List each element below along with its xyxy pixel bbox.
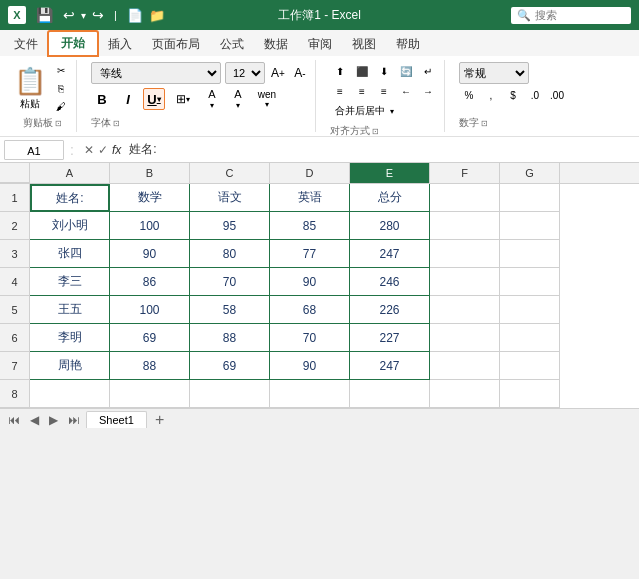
cell-c4[interactable]: 70 <box>190 268 270 296</box>
cell-d7[interactable]: 90 <box>270 352 350 380</box>
tab-insert[interactable]: 插入 <box>98 33 142 56</box>
cell-d4[interactable]: 90 <box>270 268 350 296</box>
cell-b4[interactable]: 86 <box>110 268 190 296</box>
tab-help[interactable]: 帮助 <box>386 33 430 56</box>
tab-home[interactable]: 开始 <box>48 31 98 56</box>
number-format-select[interactable]: 常规 <box>459 62 529 84</box>
indent-decrease-button[interactable]: ← <box>396 82 416 100</box>
cell-e1[interactable]: 总分 <box>350 184 430 212</box>
col-header-g[interactable]: G <box>500 163 560 183</box>
formula-content[interactable]: 姓名: <box>129 141 635 158</box>
row-num-3[interactable]: 3 <box>0 240 30 268</box>
row-num-5[interactable]: 5 <box>0 296 30 324</box>
indent-increase-button[interactable]: → <box>418 82 438 100</box>
save-button[interactable]: 💾 <box>32 5 57 25</box>
underline-button[interactable]: U ▾ <box>143 88 165 110</box>
comma-button[interactable]: , <box>481 86 501 104</box>
alignment-expand-icon[interactable]: ⊡ <box>372 127 379 136</box>
tab-formula[interactable]: 公式 <box>210 33 254 56</box>
align-top-button[interactable]: ⬆ <box>330 62 350 80</box>
cell-reference-box[interactable]: A1 <box>4 140 64 160</box>
cell-f8[interactable] <box>430 380 500 408</box>
fx-icon[interactable]: fx <box>112 143 121 157</box>
format-painter-button[interactable]: 🖌 <box>50 98 72 114</box>
sheet-nav-prev[interactable]: ◀ <box>26 411 43 429</box>
border-button[interactable]: ⊞ ▾ <box>169 88 197 110</box>
tab-view[interactable]: 视图 <box>342 33 386 56</box>
align-center-button[interactable]: ≡ <box>352 82 372 100</box>
cell-a3[interactable]: 张四 <box>30 240 110 268</box>
sheet-nav-first[interactable]: ⏮ <box>4 411 24 429</box>
search-input[interactable] <box>535 9 615 21</box>
cell-e4[interactable]: 246 <box>350 268 430 296</box>
cell-g4[interactable] <box>500 268 560 296</box>
cell-g7[interactable] <box>500 352 560 380</box>
copy-button[interactable]: ⎘ <box>50 80 72 96</box>
cell-a2[interactable]: 刘小明 <box>30 212 110 240</box>
cell-f7[interactable] <box>430 352 500 380</box>
decimal-decrease-button[interactable]: .00 <box>547 86 567 104</box>
cell-f1[interactable] <box>430 184 500 212</box>
row-num-8[interactable]: 8 <box>0 380 30 408</box>
merge-cells-button[interactable]: 合并后居中 <box>330 102 390 120</box>
tab-review[interactable]: 审阅 <box>298 33 342 56</box>
cell-a5[interactable]: 王五 <box>30 296 110 324</box>
paste-button[interactable]: 📋 粘贴 <box>12 62 48 114</box>
redo-button[interactable]: ↪ <box>92 7 104 23</box>
cell-e3[interactable]: 247 <box>350 240 430 268</box>
search-box[interactable]: 🔍 <box>511 7 631 24</box>
row-num-4[interactable]: 4 <box>0 268 30 296</box>
cell-e2[interactable]: 280 <box>350 212 430 240</box>
wrap-text-button[interactable]: ↵ <box>418 62 438 80</box>
cell-f2[interactable] <box>430 212 500 240</box>
thousand-button[interactable]: $ <box>503 86 523 104</box>
add-sheet-button[interactable]: + <box>149 411 170 429</box>
cell-d1[interactable]: 英语 <box>270 184 350 212</box>
cancel-formula-icon[interactable]: ✕ <box>84 143 94 157</box>
text-direction-button[interactable]: 🔄 <box>396 62 416 80</box>
col-header-f[interactable]: F <box>430 163 500 183</box>
row-num-6[interactable]: 6 <box>0 324 30 352</box>
font-size-decrease-button[interactable]: A- <box>291 62 309 84</box>
cell-d6[interactable]: 70 <box>270 324 350 352</box>
clipboard-expand-icon[interactable]: ⊡ <box>55 119 62 128</box>
sheet-tab-1[interactable]: Sheet1 <box>86 411 147 428</box>
cell-g6[interactable] <box>500 324 560 352</box>
font-size-select[interactable]: 12 <box>225 62 265 84</box>
cell-c1[interactable]: 语文 <box>190 184 270 212</box>
cell-g5[interactable] <box>500 296 560 324</box>
cell-a6[interactable]: 李明 <box>30 324 110 352</box>
sheet-nav-next[interactable]: ▶ <box>45 411 62 429</box>
tab-page-layout[interactable]: 页面布局 <box>142 33 210 56</box>
wenfont-button[interactable]: wen ▾ <box>253 88 281 110</box>
col-header-a[interactable]: A <box>30 163 110 183</box>
cell-c3[interactable]: 80 <box>190 240 270 268</box>
cell-d3[interactable]: 77 <box>270 240 350 268</box>
cell-b2[interactable]: 100 <box>110 212 190 240</box>
align-middle-button[interactable]: ⬛ <box>352 62 372 80</box>
font-size-increase-button[interactable]: A+ <box>269 62 287 84</box>
italic-button[interactable]: I <box>117 88 139 110</box>
cell-b7[interactable]: 88 <box>110 352 190 380</box>
font-color-button[interactable]: A ▾ <box>227 88 249 110</box>
cell-c8[interactable] <box>190 380 270 408</box>
cell-b1[interactable]: 数学 <box>110 184 190 212</box>
cell-f4[interactable] <box>430 268 500 296</box>
align-right-button[interactable]: ≡ <box>374 82 394 100</box>
col-header-c[interactable]: C <box>190 163 270 183</box>
number-expand-icon[interactable]: ⊡ <box>481 119 488 128</box>
cell-c2[interactable]: 95 <box>190 212 270 240</box>
cell-a1[interactable]: 姓名: <box>30 184 110 212</box>
cell-b8[interactable] <box>110 380 190 408</box>
open-file-icon[interactable]: 📁 <box>149 8 165 23</box>
percent-button[interactable]: % <box>459 86 479 104</box>
sheet-nav-last[interactable]: ⏭ <box>64 411 84 429</box>
tab-data[interactable]: 数据 <box>254 33 298 56</box>
cell-c5[interactable]: 58 <box>190 296 270 324</box>
cell-f5[interactable] <box>430 296 500 324</box>
col-header-d[interactable]: D <box>270 163 350 183</box>
bold-button[interactable]: B <box>91 88 113 110</box>
cell-c7[interactable]: 69 <box>190 352 270 380</box>
cell-f3[interactable] <box>430 240 500 268</box>
cell-e5[interactable]: 226 <box>350 296 430 324</box>
